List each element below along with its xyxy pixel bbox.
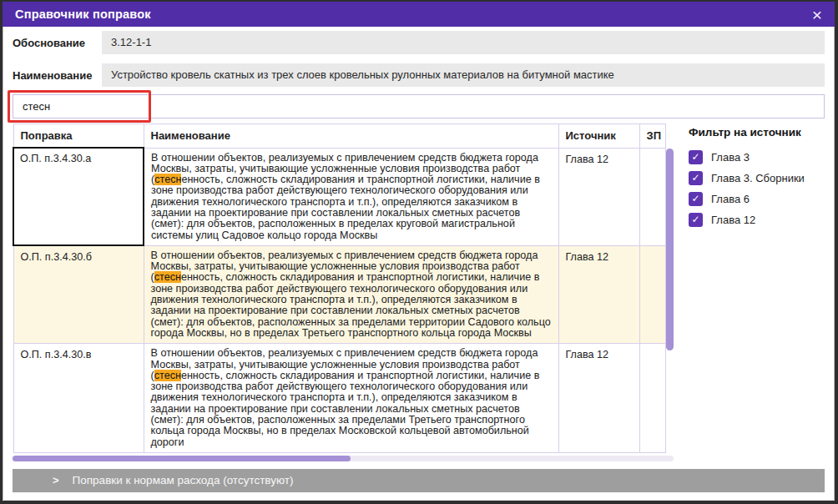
corrections-table: Поправка Наименование Источник ЗП О.П. п… — [13, 123, 666, 453]
main-content: Поправка Наименование Источник ЗП О.П. п… — [13, 123, 825, 461]
row-text-cell[interactable]: В отношении объектов, реализуемых с прив… — [144, 245, 558, 343]
dialog-footer: ВЫБРАТЬ ОТМЕНИТЬ — [3, 500, 835, 501]
checkbox-checked-icon[interactable]: ✓ — [689, 192, 703, 206]
row-source-cell[interactable]: Глава 12 — [558, 344, 639, 453]
column-header-istochnik[interactable]: Источник — [558, 124, 639, 149]
vertical-scrollbar-thumb[interactable] — [666, 149, 674, 350]
row-code-cell[interactable]: О.П. п.3.4.30.а — [13, 148, 144, 245]
dialog-title: Справочник поправок — [15, 8, 812, 21]
row-code-cell[interactable]: О.П. п.3.4.30.б — [13, 245, 144, 343]
source-filter-panel: Фильтр на источник ✓ Глава 3 ✓ Глава 3. … — [689, 123, 805, 461]
filter-option-label: Глава 3. Сборники — [711, 172, 805, 184]
row-source-cell[interactable]: Глава 12 — [558, 245, 639, 343]
chevron-right-icon: > — [53, 474, 59, 486]
filter-option-label: Глава 3 — [711, 151, 750, 164]
search-area — [13, 94, 825, 118]
checkbox-checked-icon[interactable]: ✓ — [689, 213, 703, 227]
row-code-cell[interactable]: О.П. п.3.4.30.в — [13, 344, 144, 453]
collapsed-section-label: Поправки к нормам расхода (отсутствуют) — [73, 474, 294, 486]
filter-option-glava-3[interactable]: ✓ Глава 3 — [689, 149, 805, 164]
row-zp-cell[interactable] — [639, 148, 665, 245]
horizontal-scrollbar-thumb[interactable] — [13, 456, 351, 461]
close-icon[interactable]: × — [812, 6, 822, 23]
justification-label: Обоснование — [13, 37, 102, 49]
filter-option-glava-3-sborniki[interactable]: ✓ Глава 3. Сборники — [689, 170, 805, 185]
row-text-after: енность, сложность складирования и транс… — [151, 271, 551, 338]
corrections-dialog: Справочник поправок × Обоснование 3.12-1… — [3, 2, 835, 501]
row-text-highlight: стесн — [154, 370, 181, 381]
justification-value: 3.12-1-1 — [102, 31, 825, 54]
row-zp-cell[interactable] — [639, 245, 665, 343]
dialog-titlebar[interactable]: Справочник поправок × — [3, 2, 835, 27]
checkbox-checked-icon[interactable]: ✓ — [689, 171, 703, 185]
row-zp-cell[interactable] — [639, 344, 665, 453]
table-row: О.П. п.3.4.30.в В отношении объектов, ре… — [13, 344, 665, 453]
row-text-cell[interactable]: В отношении объектов, реализуемых с прив… — [144, 148, 558, 245]
name-value: Устройство кровель скатных из трех слоев… — [102, 63, 825, 87]
row-text-after: енность, сложность складирования и транс… — [151, 174, 540, 240]
column-header-zp[interactable]: ЗП — [639, 124, 665, 149]
justification-field-row: Обоснование 3.12-1-1 — [13, 31, 825, 54]
table-row: О.П. п.3.4.30.а В отношении объектов, ре… — [13, 148, 665, 245]
filter-option-label: Глава 12 — [711, 214, 755, 226]
row-text-cell[interactable]: В отношении объектов, реализуемых с прив… — [144, 344, 558, 453]
norms-corrections-collapsed-section[interactable]: > Поправки к нормам расхода (отсутствуют… — [13, 469, 825, 492]
column-header-popravka[interactable]: Поправка — [13, 124, 144, 149]
corrections-table-area: Поправка Наименование Источник ЗП О.П. п… — [13, 123, 674, 461]
search-input[interactable] — [13, 94, 825, 118]
filter-title: Фильтр на источник — [689, 126, 805, 139]
filter-option-glava-12[interactable]: ✓ Глава 12 — [689, 212, 805, 227]
filter-option-glava-6[interactable]: ✓ Глава 6 — [689, 191, 805, 206]
column-header-naimenovanie[interactable]: Наименование — [144, 124, 558, 149]
row-text-after: енность, сложность складирования и транс… — [151, 370, 540, 448]
name-label: Наименование — [13, 69, 102, 82]
table-header-row: Поправка Наименование Источник ЗП — [13, 124, 665, 149]
checkbox-checked-icon[interactable]: ✓ — [689, 150, 703, 164]
horizontal-scrollbar[interactable] — [13, 456, 674, 461]
vertical-scrollbar[interactable] — [666, 149, 674, 350]
table-row: О.П. п.3.4.30.б В отношении объектов, ре… — [13, 245, 665, 343]
name-field-row: Наименование Устройство кровель скатных … — [13, 63, 825, 87]
row-text-highlight: стесн — [154, 271, 181, 283]
row-source-cell[interactable]: Глава 12 — [558, 148, 639, 245]
row-text-highlight: стесн — [154, 174, 181, 185]
filter-option-label: Глава 6 — [711, 193, 750, 205]
